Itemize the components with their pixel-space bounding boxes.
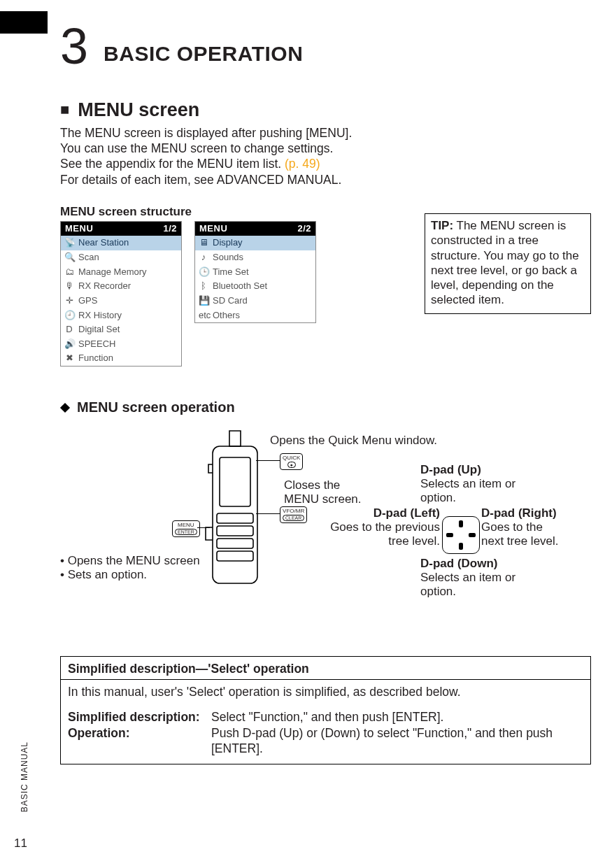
- desc-box-intro: In this manual, user's 'Select' operatio…: [68, 684, 583, 699]
- near-station-icon: 📡: [64, 237, 74, 249]
- dpad-down-text: Selects an item or option.: [420, 571, 532, 599]
- dpad-left-l2: tree level.: [311, 534, 440, 548]
- side-tab-marker: [0, 11, 48, 34]
- operation-diagram: QUICK ● VFO/MR CLEAR MENU ENTER Opens th…: [60, 424, 591, 627]
- menu-keycap-top: MENU: [175, 522, 197, 528]
- section-heading-row: ■ MENU screen: [60, 98, 591, 122]
- quick-menu-label: Opens the Quick Menu window.: [270, 434, 437, 448]
- menu-item-label: Display: [213, 237, 243, 249]
- menu-enter-l1: • Opens the MENU screen: [60, 554, 200, 568]
- chapter-header: 3 BASIC OPERATION: [60, 21, 591, 71]
- section-title: MENU screen: [78, 98, 199, 122]
- display-icon: 🖥: [199, 237, 208, 249]
- menu-enter-l2: • Sets an option.: [60, 568, 200, 582]
- connector-line: [197, 527, 210, 529]
- subsection-heading-row: MENU screen operation: [60, 399, 591, 417]
- menu-screen-1: MENU 1/2 📡Near Station 🔍Scan 🗂Manage Mem…: [60, 221, 182, 367]
- menu-item-label: Others: [213, 310, 240, 322]
- desc-row-1-label: Simplified description:: [68, 709, 211, 725]
- menu-item-label: Digital Set: [78, 324, 120, 336]
- menu-item: ✖Function: [61, 351, 181, 366]
- desc-row-1: Simplified description: Select "Function…: [68, 709, 583, 725]
- menu-item-label: Time Set: [213, 266, 249, 278]
- svg-rect-2: [217, 513, 253, 523]
- dpad-icon: [442, 516, 480, 554]
- menu-item-label: RX History: [78, 310, 122, 322]
- dpad-left-label: D-pad (Left) Goes to the previous tree l…: [311, 506, 440, 549]
- desc-row-2: Operation: Push D-pad (Up) or (Down) to …: [68, 725, 583, 757]
- menu-screen-2-page: 2/2: [297, 223, 311, 235]
- menu-item: 📡Near Station: [61, 236, 181, 250]
- menu-item: 🕘RX History: [61, 308, 181, 323]
- desc-box-title: Simplified description—'Select' operatio…: [61, 657, 590, 680]
- digital-set-icon: D: [64, 324, 74, 336]
- connector-line: [256, 513, 280, 515]
- rx-recorder-icon: 🎙: [64, 280, 74, 292]
- intro-line-1: The MENU screen is displayed after pushi…: [60, 125, 591, 141]
- quick-keycap: QUICK ●: [280, 453, 303, 470]
- quick-keycap-top: QUICK: [283, 455, 300, 461]
- dpad-right-title: D-pad (Right): [481, 506, 557, 520]
- simplified-description-box: Simplified description—'Select' operatio…: [60, 656, 591, 764]
- svg-rect-4: [217, 539, 253, 548]
- menu-item-label: Near Station: [78, 237, 129, 249]
- menu-item-label: RX Recorder: [78, 280, 131, 292]
- menu-item-label: SD Card: [213, 295, 248, 307]
- svg-rect-1: [220, 457, 250, 506]
- vfo-mr-keycap: VFO/MR CLEAR: [280, 506, 307, 523]
- dpad-left-l1: Goes to the previous: [311, 520, 440, 534]
- menu-screen-1-page: 1/2: [163, 223, 177, 235]
- others-icon: etc: [199, 310, 208, 322]
- menu-item: 🗂Manage Memory: [61, 265, 181, 280]
- tip-text: The MENU screen is constructed in a tree…: [431, 219, 579, 306]
- dpad-left-title: D-pad (Left): [373, 506, 440, 520]
- dpad-up-label: D-pad (Up) Selects an item or option.: [420, 463, 532, 506]
- speech-icon: 🔊: [64, 339, 74, 350]
- gps-icon: ✛: [64, 295, 74, 307]
- dpad-up-text: Selects an item or option.: [420, 477, 532, 506]
- manage-memory-icon: 🗂: [64, 266, 74, 278]
- chapter-title: BASIC OPERATION: [104, 41, 303, 67]
- menu-screen-1-head: MENU 1/2: [61, 222, 181, 236]
- menu-item: 🎙RX Recorder: [61, 279, 181, 294]
- menu-item: 💾SD Card: [195, 294, 315, 308]
- vfo-keycap-bot: CLEAR: [283, 515, 304, 521]
- side-running-label: BASIC MANUAL: [20, 741, 30, 812]
- time-set-icon: 🕒: [199, 266, 208, 278]
- tip-label: TIP:: [431, 219, 453, 232]
- menu-item: ♪Sounds: [195, 250, 315, 265]
- dpad-right-label: D-pad (Right) Goes to the next tree leve…: [481, 506, 593, 549]
- scan-icon: 🔍: [64, 252, 74, 264]
- svg-rect-5: [217, 551, 253, 561]
- menu-item: 🔍Scan: [61, 250, 181, 265]
- dpad-down-title: D-pad (Down): [420, 557, 497, 570]
- desc-row-2-value: Push D-pad (Up) or (Down) to select "Fun…: [211, 725, 583, 757]
- menu-item: ᛒBluetooth Set: [195, 279, 315, 294]
- menu-item-label: Sounds: [213, 252, 243, 264]
- menu-item-label: Scan: [78, 252, 99, 264]
- dpad-right-l1: Goes to the: [481, 520, 593, 534]
- bluetooth-icon: ᛒ: [199, 280, 208, 292]
- menu-item-label: SPEECH: [78, 339, 115, 350]
- appendix-page-link[interactable]: (p. 49): [285, 157, 320, 171]
- intro-line-3a: See the appendix for the MENU item list.: [60, 157, 285, 171]
- chapter-number: 3: [60, 21, 88, 71]
- dpad-down-label: D-pad (Down) Selects an item or option.: [420, 557, 532, 599]
- menu-item: ✛GPS: [61, 294, 181, 308]
- menu-item-label: GPS: [78, 295, 97, 307]
- page-content: 3 BASIC OPERATION ■ MENU screen The MENU…: [60, 21, 591, 840]
- dpad-right-l2: next tree level.: [481, 534, 593, 548]
- intro-line-2: You can use the MENU screen to change se…: [60, 141, 591, 156]
- menu-screen-1-title: MENU: [65, 223, 93, 235]
- vfo-keycap-top: VFO/MR: [283, 508, 304, 514]
- radio-outline-icon: [200, 429, 270, 590]
- svg-rect-3: [217, 526, 253, 536]
- sd-card-icon: 💾: [199, 295, 208, 307]
- section-intro: The MENU screen is displayed after pushi…: [60, 125, 591, 188]
- menu-item-label: Bluetooth Set: [213, 280, 267, 292]
- menu-screen-2: MENU 2/2 🖥Display ♪Sounds 🕒Time Set ᛒBlu…: [194, 221, 316, 323]
- menu-item: DDigital Set: [61, 322, 181, 337]
- menu-keycap-bot: ENTER: [175, 529, 197, 535]
- menu-enter-keycap: MENU ENTER: [172, 520, 200, 537]
- intro-line-3: See the appendix for the MENU item list.…: [60, 156, 591, 171]
